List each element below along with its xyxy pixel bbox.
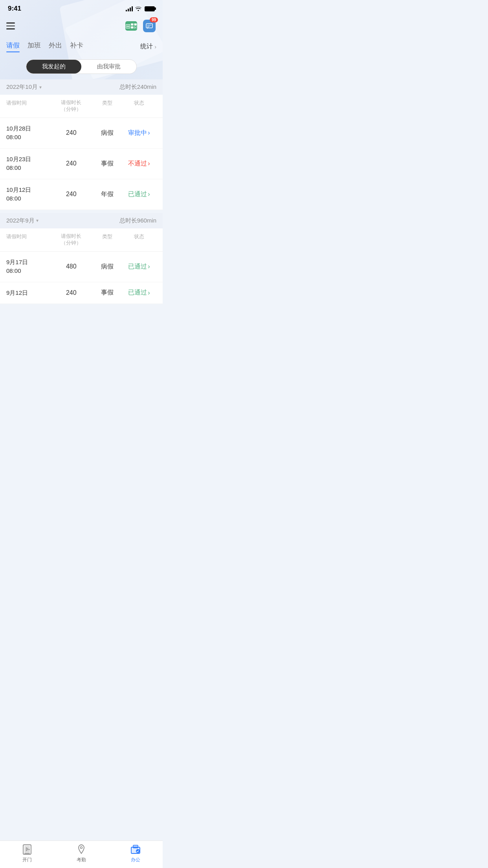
tabs-left: 请假 加班 外出 补卡	[6, 41, 140, 52]
status-arrow: ›	[148, 129, 150, 136]
table-row[interactable]: 9月12日 240 事假 已通过 ›	[0, 282, 163, 304]
row-type: 病假	[93, 263, 121, 271]
status-time: 9:41	[8, 5, 21, 13]
tab-overtime[interactable]: 加班	[28, 41, 41, 52]
col-header-status-sep: 状态	[122, 233, 156, 246]
table-row[interactable]: 10月23日 08:00 240 事假 不通过 ›	[0, 149, 163, 179]
status-text: 审批中	[128, 129, 147, 137]
row-date: 9月17日 08:00	[6, 258, 50, 276]
status-text: 不通过	[128, 160, 147, 168]
month-oct-label[interactable]: 2022年10月 ▾	[6, 83, 42, 91]
svg-rect-1	[134, 23, 137, 26]
message-button[interactable]: 99	[142, 19, 156, 33]
svg-rect-2	[131, 26, 134, 29]
row-duration: 240	[50, 289, 93, 296]
tab-patch[interactable]: 补卡	[70, 41, 83, 52]
col-header-duration-sep: 请假时长（分钟）	[50, 233, 93, 246]
col-header-status-oct: 状态	[122, 99, 156, 113]
tab-stats[interactable]: 统计 ›	[140, 42, 156, 51]
col-header-date-sep: 请假时间	[6, 233, 50, 246]
col-header-date-oct: 请假时间	[6, 99, 50, 113]
month-header-oct: 2022年10月 ▾ 总时长240min	[0, 79, 163, 95]
tabs-row: 请假 加班 外出 补卡 统计 ›	[0, 36, 163, 55]
row-type: 事假	[93, 160, 121, 168]
toggle-initiated[interactable]: 我发起的	[26, 60, 81, 74]
status-arrow: ›	[148, 191, 150, 198]
status-icons	[126, 6, 155, 12]
row-date: 10月23日 08:00	[6, 155, 50, 173]
status-text: 已通过	[128, 289, 147, 297]
table-row[interactable]: 9月17日 08:00 480 病假 已通过 ›	[0, 252, 163, 282]
month-oct-arrow: ▾	[39, 85, 42, 90]
month-sep-text: 2022年9月	[6, 217, 35, 224]
month-oct-total: 总时长240min	[119, 83, 156, 91]
top-nav: 99	[0, 16, 163, 36]
row-duration: 240	[50, 191, 93, 198]
toggle-row: 我发起的 由我审批	[0, 55, 163, 79]
row-status: 审批中 ›	[122, 129, 156, 137]
row-date: 10月12日 08:00	[6, 186, 50, 203]
wifi-icon	[135, 6, 141, 12]
message-badge: 99	[150, 17, 158, 22]
status-text: 已通过	[128, 263, 147, 271]
nav-right: 99	[124, 19, 156, 33]
status-arrow: ›	[148, 160, 150, 167]
row-type: 事假	[93, 289, 121, 297]
battery-icon	[145, 6, 155, 11]
row-duration: 240	[50, 160, 93, 167]
svg-rect-5	[146, 24, 152, 28]
row-date: 9月12日	[6, 289, 50, 298]
leave-table-oct: 请假时间 请假时长（分钟） 类型 状态 10月28日 08:00 240 病假 …	[0, 95, 163, 210]
row-duration: 240	[50, 129, 93, 136]
table-header-oct: 请假时间 请假时长（分钟） 类型 状态	[0, 95, 163, 118]
tab-out[interactable]: 外出	[49, 41, 62, 52]
month-sep-arrow: ▾	[36, 218, 39, 223]
row-type: 年假	[93, 190, 121, 199]
status-bar: 9:41	[0, 0, 163, 16]
col-header-type-sep: 类型	[93, 233, 121, 246]
leave-table-sep: 请假时间 请假时长（分钟） 类型 状态 9月17日 08:00 480 病假 已…	[0, 228, 163, 304]
svg-rect-0	[131, 23, 134, 26]
stats-arrow: ›	[154, 44, 156, 50]
status-arrow: ›	[148, 289, 150, 296]
month-oct-text: 2022年10月	[6, 83, 38, 91]
dashboard-icon	[125, 21, 137, 31]
row-status: 已通过 ›	[122, 190, 156, 199]
stats-label: 统计	[140, 42, 153, 51]
menu-button[interactable]	[6, 22, 15, 29]
row-type: 病假	[93, 129, 121, 137]
dashboard-button[interactable]	[124, 19, 138, 33]
table-row[interactable]: 10月28日 08:00 240 病假 审批中 ›	[0, 118, 163, 149]
row-status: 已通过 ›	[122, 289, 156, 297]
toggle-group: 我发起的 由我审批	[26, 59, 137, 74]
month-sep-label[interactable]: 2022年9月 ▾	[6, 217, 39, 224]
month-sep-total: 总时长960min	[119, 217, 156, 224]
toggle-approved[interactable]: 由我审批	[81, 60, 136, 74]
signal-icon	[126, 6, 133, 11]
status-text: 已通过	[128, 190, 147, 199]
month-header-sep: 2022年9月 ▾ 总时长960min	[0, 213, 163, 228]
tab-leave[interactable]: 请假	[6, 41, 20, 52]
row-status: 不通过 ›	[122, 160, 156, 168]
table-row[interactable]: 10月12日 08:00 240 年假 已通过 ›	[0, 179, 163, 210]
col-header-duration-oct: 请假时长（分钟）	[50, 99, 93, 113]
table-header-sep: 请假时间 请假时长（分钟） 类型 状态	[0, 228, 163, 252]
status-arrow: ›	[148, 263, 150, 270]
row-date: 10月28日 08:00	[6, 124, 50, 142]
row-status: 已通过 ›	[122, 263, 156, 271]
row-duration: 480	[50, 263, 93, 270]
main-content: 2022年10月 ▾ 总时长240min 请假时间 请假时长（分钟） 类型 状态…	[0, 79, 163, 335]
col-header-type-oct: 类型	[93, 99, 121, 113]
